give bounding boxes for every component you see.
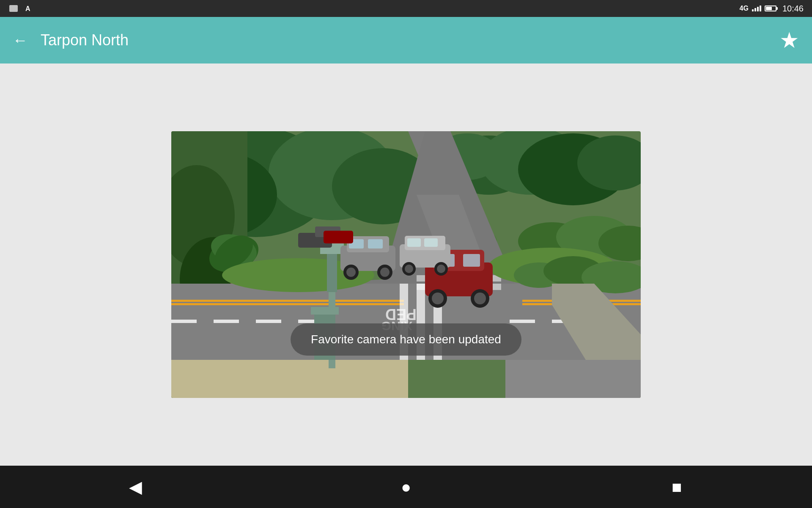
svg-point-78 (405, 265, 413, 273)
signal-bars-icon (752, 6, 761, 11)
camera-scene-svg: PED XING (171, 131, 641, 398)
svg-rect-85 (311, 307, 339, 315)
svg-rect-68 (368, 239, 383, 248)
svg-rect-83 (324, 231, 353, 243)
toast-message: Favorite camera have been updated (311, 333, 501, 346)
home-nav-button[interactable]: ● (391, 472, 421, 502)
app-bar: ← Tarpon North ★ (0, 17, 812, 64)
svg-rect-76 (424, 238, 438, 247)
svg-rect-50 (171, 360, 408, 398)
svg-rect-60 (463, 254, 480, 267)
svg-point-72 (380, 268, 390, 277)
status-bar: A 4G 10:46 (0, 0, 812, 17)
svg-rect-75 (407, 238, 421, 247)
svg-rect-40 (171, 303, 404, 305)
time-label: 10:46 (782, 4, 804, 14)
svg-point-80 (437, 265, 445, 273)
svg-rect-34 (256, 320, 281, 323)
status-bar-right: 4G 10:46 (740, 4, 804, 14)
signal-type-label: 4G (740, 5, 749, 12)
camera-feed: PED XING (171, 131, 641, 398)
svg-rect-0 (9, 5, 18, 12)
toast-notification: Favorite camera have been updated (291, 323, 521, 356)
svg-rect-33 (214, 320, 239, 323)
svg-point-70 (346, 268, 356, 277)
svg-rect-39 (171, 300, 404, 302)
back-button[interactable]: ← (13, 33, 28, 48)
svg-text:A: A (25, 5, 30, 12)
favorite-button[interactable]: ★ (779, 29, 799, 51)
status-bar-left: A (8, 3, 34, 14)
recents-nav-button[interactable]: ■ (662, 472, 691, 502)
svg-point-62 (432, 293, 444, 304)
navigation-bar: ◀ ● ■ (0, 466, 812, 508)
main-content: PED XING (0, 64, 812, 466)
svg-rect-36 (510, 320, 535, 323)
page-title: Tarpon North (41, 31, 779, 49)
notification-icon (8, 3, 19, 14)
app-icon: A (24, 3, 34, 14)
svg-rect-90 (505, 360, 641, 398)
battery-icon (765, 6, 776, 11)
back-nav-button[interactable]: ◀ (121, 472, 150, 502)
svg-point-64 (474, 293, 486, 304)
battery-fill (766, 7, 772, 10)
svg-rect-32 (171, 320, 197, 323)
